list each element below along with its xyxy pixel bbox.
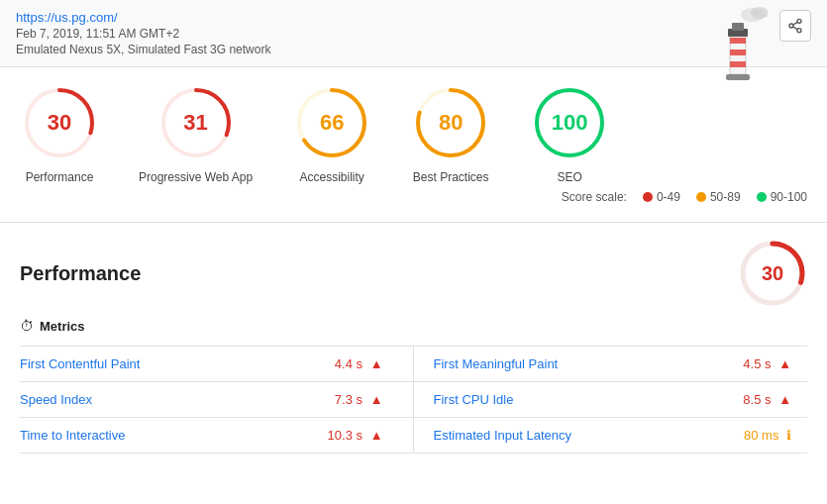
- score-card-seo[interactable]: 100 SEO: [530, 83, 609, 184]
- metric-icon: ▲: [778, 356, 791, 371]
- svg-rect-8: [730, 38, 746, 44]
- scale-orange-label: 50-89: [710, 190, 741, 204]
- circle-accessibility: 66: [292, 83, 371, 162]
- score-value-seo: 100: [552, 110, 588, 136]
- svg-rect-9: [730, 50, 746, 55]
- metrics-grid: First Contentful Paint 4.4 s ▲ First Mea…: [20, 346, 807, 454]
- svg-line-4: [793, 22, 798, 25]
- stopwatch-icon: ⏱: [20, 318, 34, 334]
- metric-item: Time to Interactive 10.3 s ▲: [20, 418, 414, 454]
- scale-green-label: 90-100: [771, 190, 807, 204]
- svg-rect-12: [732, 23, 744, 31]
- svg-rect-10: [730, 61, 746, 67]
- perf-score-value: 30: [762, 262, 783, 285]
- metric-name[interactable]: First Meaningful Paint: [434, 356, 559, 371]
- metric-name[interactable]: First Contentful Paint: [20, 356, 140, 371]
- score-label-pwa: Progressive Web App: [139, 170, 253, 184]
- scale-red-label: 0-49: [657, 190, 680, 204]
- share-button[interactable]: [779, 10, 811, 42]
- metric-value: 10.3 s ▲: [328, 428, 383, 443]
- metric-name[interactable]: Time to Interactive: [20, 428, 125, 443]
- svg-point-0: [797, 19, 801, 23]
- score-label-best-practices: Best Practices: [413, 170, 489, 184]
- scale-red: 0-49: [643, 190, 680, 204]
- date-meta: Feb 7, 2019, 11:51 AM GMT+2: [16, 27, 811, 41]
- metric-icon: ℹ: [786, 428, 791, 443]
- metric-item: First Contentful Paint 4.4 s ▲: [20, 347, 414, 382]
- metric-value: 7.3 s ▲: [335, 392, 383, 407]
- scores-section: 30 Performance 31 Progressive Web App 66…: [0, 67, 827, 223]
- svg-line-3: [793, 27, 798, 30]
- metric-icon: ▲: [370, 428, 383, 443]
- header: https://us.pg.com/ Feb 7, 2019, 11:51 AM…: [0, 0, 827, 67]
- metric-item: First Meaningful Paint 4.5 s ▲: [414, 347, 808, 382]
- score-cards: 30 Performance 31 Progressive Web App 66…: [20, 83, 807, 184]
- score-card-best-practices[interactable]: 80 Best Practices: [411, 83, 490, 184]
- metric-item: Speed Index 7.3 s ▲: [20, 382, 414, 418]
- svg-rect-13: [726, 74, 750, 80]
- metric-value: 4.5 s ▲: [743, 356, 791, 371]
- svg-point-2: [797, 29, 801, 33]
- score-value-accessibility: 66: [320, 110, 344, 136]
- perf-header: Performance 30: [20, 239, 807, 308]
- score-scale-label: Score scale:: [562, 190, 627, 204]
- metric-name[interactable]: Estimated Input Latency: [434, 428, 571, 443]
- score-scale: Score scale: 0-49 50-89 90-100: [20, 184, 807, 214]
- score-value-best-practices: 80: [439, 110, 463, 136]
- circle-seo: 100: [530, 83, 609, 162]
- score-card-performance[interactable]: 30 Performance: [20, 83, 99, 184]
- circle-pwa: 31: [156, 83, 236, 162]
- metric-name[interactable]: Speed Index: [20, 392, 92, 407]
- score-value-pwa: 31: [183, 110, 207, 136]
- metric-value: 80 ms ℹ: [744, 428, 791, 443]
- metrics-row: ⏱ Metrics: [20, 318, 807, 334]
- metric-icon: ▲: [370, 392, 383, 407]
- score-value-performance: 30: [48, 110, 71, 136]
- score-card-accessibility[interactable]: 66 Accessibility: [292, 83, 371, 184]
- circle-performance: 30: [20, 83, 99, 162]
- metric-icon: ▲: [370, 356, 383, 371]
- metric-name[interactable]: First CPU Idle: [434, 392, 514, 407]
- score-label-performance: Performance: [26, 170, 94, 184]
- scale-dot-green: [757, 192, 767, 202]
- performance-section: Performance 30 ⏱ Metrics First Contentfu…: [0, 223, 827, 469]
- scale-dot-red: [643, 192, 653, 202]
- score-card-pwa[interactable]: 31 Progressive Web App: [139, 83, 253, 184]
- score-label-seo: SEO: [558, 170, 582, 184]
- device-meta: Emulated Nexus 5X, Simulated Fast 3G net…: [16, 43, 811, 56]
- scale-orange: 50-89: [696, 190, 741, 204]
- url-link[interactable]: https://us.pg.com/: [16, 10, 811, 25]
- scale-dot-orange: [696, 192, 706, 202]
- svg-point-1: [789, 24, 793, 28]
- scale-green: 90-100: [757, 190, 807, 204]
- circle-best-practices: 80: [411, 83, 490, 162]
- metrics-label: Metrics: [40, 319, 85, 334]
- perf-score-circle: 30: [738, 239, 807, 308]
- metric-icon: ▲: [778, 392, 791, 407]
- metric-item: Estimated Input Latency 80 ms ℹ: [414, 418, 808, 454]
- metric-item: First CPU Idle 8.5 s ▲: [414, 382, 808, 418]
- metric-value: 8.5 s ▲: [743, 392, 791, 407]
- lighthouse-icon: [708, 5, 768, 94]
- metric-value: 4.4 s ▲: [335, 356, 383, 371]
- perf-title: Performance: [20, 262, 141, 285]
- score-label-accessibility: Accessibility: [299, 170, 363, 184]
